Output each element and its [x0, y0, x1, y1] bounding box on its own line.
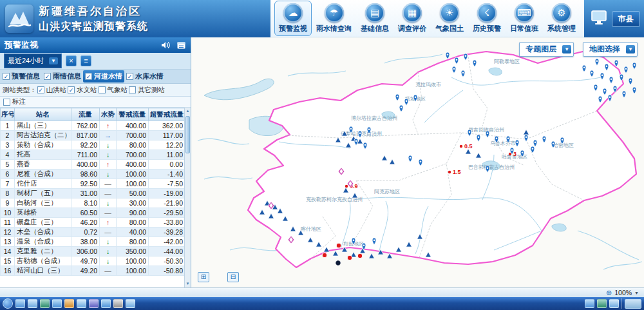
taskbar-app-icon[interactable] — [89, 299, 99, 308]
station-row[interactable]: 1黑山（三）762.00↑400.00362.00 — [1, 121, 185, 131]
station-row[interactable]: 9白杨河（三）8.10↓30.00-21.90 — [1, 199, 185, 208]
hydro-station-marker[interactable] — [622, 91, 626, 98]
city-county-button[interactable]: 市县 — [612, 11, 640, 27]
checkbox-山洪站[interactable]: ✓山洪站 — [37, 85, 68, 95]
hydro-station-marker[interactable] — [446, 52, 450, 59]
nav-item-日常值班[interactable]: ⌨日常值班 — [506, 1, 543, 36]
station-name-cell: 碾盘庄（三） — [15, 218, 71, 228]
station-cell: ↑ — [100, 160, 117, 170]
survey-evaluation-icon: ▦ — [402, 3, 422, 23]
checkbox-气象站[interactable]: 气象站 — [98, 85, 129, 95]
station-row[interactable]: 13温泉（合成）38.00↓80.00-42.00 — [1, 237, 185, 247]
nav-label: 气象国土 — [435, 24, 464, 34]
taskbar-app-icon[interactable] — [126, 299, 135, 308]
map-select-button[interactable]: 地图选择 ▼ — [583, 42, 638, 57]
station-row[interactable]: 15吉勒德（合成）49.70↓100.00-50.30 — [1, 257, 185, 266]
checkbox-水库水情[interactable]: ✓水库水情 — [124, 70, 166, 82]
hydro-station-marker[interactable] — [632, 63, 636, 70]
station-row[interactable]: 7佗什店92.50—100.00-7.50 — [1, 179, 185, 189]
taskbar-app-icon[interactable] — [101, 299, 111, 308]
theme-layer-button[interactable]: 专题图层 ▼ — [519, 42, 574, 57]
station-row[interactable]: 4托高711.00↓700.0011.00 — [1, 150, 185, 160]
alert-red-marker[interactable] — [336, 243, 341, 248]
taskbar-app-icon[interactable] — [64, 299, 74, 308]
station-cell: — — [100, 228, 117, 237]
map-widget-collapse-button[interactable]: ⊟ — [227, 272, 239, 282]
station-row[interactable]: 5燕香400.00↑400.000.00 — [1, 160, 185, 170]
chevron-down-icon: ▼ — [562, 45, 571, 53]
column-header: 警戒流量 — [117, 108, 149, 121]
calendar-icon[interactable] — [176, 41, 186, 50]
daily-duty-icon: ⌨ — [515, 3, 534, 23]
table-scrollbar[interactable]: ▲ ▼ — [184, 108, 191, 287]
station-row[interactable]: 16精河山口（三）49.20—100.00-50.80 — [1, 266, 185, 276]
station-cell: -7.50 — [149, 179, 185, 189]
taskbar-app-icon[interactable] — [113, 299, 123, 308]
station-table-header-row: 序号站名流量水势警戒流量超警戒流量 — [1, 108, 185, 121]
taskbar-app-icon[interactable] — [28, 299, 37, 308]
checkbox-河道水情[interactable]: ✓河道水情 — [83, 70, 124, 82]
warning-monitor-icon: ☁ — [283, 3, 303, 23]
checkbox-其它测站[interactable]: 其它测站 — [128, 85, 166, 95]
station-name-cell: 木垒（合成） — [15, 228, 71, 237]
checkbox-box-icon: ✓ — [126, 73, 133, 80]
station-row[interactable]: 3策勒（合成）92.20↓80.0012.20 — [1, 140, 185, 150]
station-cell: -50.30 — [149, 257, 185, 266]
map-widget-expand-button[interactable]: ⊞ — [198, 272, 209, 282]
nav-item-历史预警[interactable]: ☇历史预警 — [468, 1, 506, 36]
panel-close-button[interactable]: × — [66, 55, 77, 66]
nav-item-预警监视[interactable]: ☁预警监视 — [274, 1, 312, 36]
alert-dark-marker[interactable] — [336, 260, 341, 266]
time-range-select[interactable]: 最近24小时 ▼ — [4, 53, 62, 68]
map-canvas[interactable]: 阿勒泰地区塔城地区克拉玛依市博尔塔拉蒙古自治州伊犁哈萨克自治州昌吉回族自治州乌鲁… — [191, 37, 644, 287]
scroll-up-icon[interactable]: ▲ — [185, 108, 191, 115]
checkbox-预警信息[interactable]: ✓预警信息 — [1, 70, 42, 82]
taskbar-app-icon[interactable] — [77, 299, 86, 308]
taskbar-tray-icon[interactable] — [609, 299, 619, 308]
history-warning-icon: ☇ — [477, 3, 497, 23]
nav-item-系统管理[interactable]: ⚙系统管理 — [543, 1, 580, 36]
station-row[interactable]: 10英雄桥60.50—90.00-29.50 — [1, 208, 185, 218]
station-row[interactable]: 11碾盘庄（三）46.20↑80.00-33.80 — [1, 218, 185, 228]
nav-item-基础信息[interactable]: ▤基础信息 — [356, 1, 393, 36]
taskbar-tray-icon[interactable] — [597, 299, 607, 308]
flood-station-marker[interactable] — [333, 251, 339, 256]
checkbox-标注[interactable]: 标注 — [3, 97, 26, 107]
station-row[interactable]: 14克里雅（二）306.00↓350.00-44.00 — [1, 247, 185, 257]
column-header: 水势 — [100, 108, 117, 121]
station-cell: 100.00 — [117, 170, 149, 179]
taskbar-tray-block[interactable] — [625, 299, 641, 309]
station-row[interactable]: 12木垒（合成）0.72—40.00-39.28 — [1, 228, 185, 237]
taskbar-app-icon[interactable] — [52, 299, 62, 308]
hydro-station-marker[interactable] — [608, 95, 612, 102]
alert-red-marker[interactable] — [347, 255, 352, 260]
hydro-station-marker[interactable] — [629, 78, 632, 85]
station-row[interactable]: 6尼雅（合成）98.60↓100.00-1.40 — [1, 170, 185, 179]
hydro-station-marker[interactable] — [624, 66, 628, 73]
station-row[interactable]: 8制材厂（五）31.00—50.00-19.00 — [1, 189, 185, 199]
alert-red-marker[interactable] — [357, 253, 363, 258]
nav-item-雨水情查询[interactable]: ☂雨水情查询 — [312, 1, 356, 36]
nav-item-气象国土[interactable]: ☀气象国土 — [431, 1, 468, 36]
start-button[interactable] — [3, 298, 13, 309]
zoom-dropdown-icon[interactable]: ▼ — [634, 291, 639, 295]
app-title: 新疆维吾尔自治区 山洪灾害监测预警系统 — [39, 5, 148, 34]
alert-red-marker[interactable] — [322, 253, 327, 258]
checkbox-水文站[interactable]: ✓水文站 — [67, 85, 98, 95]
panel-menu-button[interactable]: ≡ — [80, 55, 91, 66]
nav-item-调查评价[interactable]: ▦调查评价 — [393, 1, 431, 36]
taskbar-app-icon[interactable] — [40, 299, 50, 308]
scrollbar-thumb[interactable] — [185, 116, 190, 153]
speaker-icon[interactable] — [160, 41, 171, 50]
theme-layer-label: 专题图层 — [526, 44, 556, 55]
station-cell: 49.70 — [71, 257, 100, 266]
flood-station-marker[interactable] — [369, 253, 375, 258]
taskbar-app-icon[interactable] — [15, 299, 25, 308]
hydro-station-marker[interactable] — [632, 87, 636, 94]
column-header: 站名 — [15, 108, 71, 121]
station-row[interactable]: 2阿吉达泊克（二）817.00→700.00117.00 — [1, 131, 185, 140]
region-label: 巴音郭楞蒙古自治州 — [468, 164, 515, 170]
taskbar-tray-icon[interactable] — [585, 299, 594, 308]
scroll-down-icon[interactable]: ▼ — [185, 280, 191, 287]
checkbox-雨情信息[interactable]: ✓雨情信息 — [42, 70, 83, 82]
